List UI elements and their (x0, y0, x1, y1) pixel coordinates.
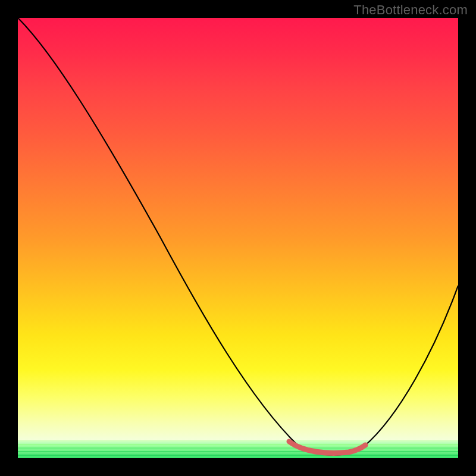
watermark-text: TheBottleneck.com (353, 2, 468, 18)
highlight-segment (289, 441, 365, 453)
bottleneck-curve (18, 18, 458, 455)
curve-layer (18, 18, 458, 458)
chart-frame: TheBottleneck.com (0, 0, 476, 476)
plot-area (18, 18, 458, 458)
